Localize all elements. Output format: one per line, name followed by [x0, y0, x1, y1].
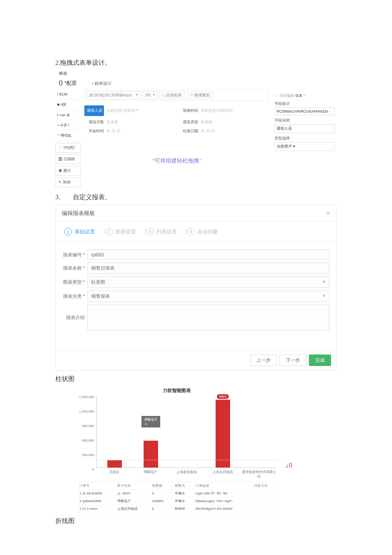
- wizard-steps: 1基础设置2图表设置3列表设置4自动创建: [56, 222, 336, 242]
- table-cell: 上 -BIVX .: [115, 490, 150, 497]
- wizard-step[interactable]: 3列表设置: [144, 226, 184, 237]
- table-cell: 0: [150, 490, 172, 497]
- preview-button[interactable]: + 整体预览: [187, 91, 213, 99]
- field-textarea[interactable]: [87, 305, 329, 330]
- form-field-value[interactable]: 文本框: [107, 119, 175, 125]
- drop-hint: "可将组建轻松拖拽": [84, 136, 269, 173]
- field-label: 报表名称 *: [63, 265, 87, 271]
- palette-static: • «4» B: [55, 110, 81, 120]
- prev-button[interactable]: 上一步: [250, 355, 277, 366]
- next-button[interactable]: 下一步: [280, 355, 306, 366]
- bar-slot: [241, 395, 277, 468]
- x-tick: 博毅电子: [133, 468, 169, 479]
- y-tick: 1,500,000: [75, 395, 94, 399]
- form-field-value[interactable]: 当前信息/当前用户: [107, 108, 175, 113]
- palette-item[interactable]: ▣ 图片: [55, 166, 81, 176]
- cols-select[interactable]: 2列: [142, 91, 157, 99]
- section-3-title: 3. 自定义报表。: [55, 193, 337, 201]
- y-tick: 1,200,000: [75, 410, 94, 413]
- table-cell: 韩销仲: [172, 505, 193, 513]
- field-label: 报表编号 *: [63, 252, 87, 258]
- props-header: ☼ 启动编辑 O.E ×: [274, 93, 335, 99]
- bar[interactable]: [144, 441, 158, 468]
- section-2-title: 2.拖拽式表单设计。: [55, 59, 337, 67]
- table-row: 1 注 Aft-M3M3l上 -BIVX .0半葡伶Xgan 888 刘 ' 析…: [77, 490, 277, 497]
- table-cell: 1 注 Aft-M3M3l: [77, 490, 115, 497]
- wizard-body: 报表编号 *rpt001报表名称 *销售日报表图表类型 *柱形图▾报表分类 *销…: [56, 242, 336, 350]
- form-canvas[interactable]: 请假人员当前信息/当前用户填表时间当前信息/当前时间请假天数文本框请假类型单选项…: [84, 104, 269, 173]
- form-field-value[interactable]: 单选项: [201, 119, 269, 125]
- prop-input[interactable]: 请假人员: [274, 124, 335, 133]
- palette-item[interactable]: ☰ 日期框: [55, 154, 81, 164]
- bar-slot: MAX: [205, 395, 241, 468]
- prop-input[interactable]: RC5MavCIs%RCcriU44%IdJ4 -: [274, 108, 335, 115]
- field-input[interactable]: 柱形图▾: [87, 276, 329, 288]
- chart-plot-area: 博毅电子-1-MAX ↓ ↓0 0300,000600,000900,0001,…: [96, 395, 277, 468]
- wizard-step[interactable]: 4自动创建: [184, 226, 225, 237]
- form-field-value[interactable]: 年-月-日: [201, 128, 269, 134]
- wizard-step[interactable]: 1基础设置: [62, 226, 103, 237]
- table-header: 销售员: [172, 482, 193, 490]
- extra-marker: ↓0: [285, 462, 292, 469]
- table-header: 销售额: [150, 482, 172, 490]
- wizard-step[interactable]: 2图表设置: [103, 226, 144, 237]
- table-cell: WiOShBgOO 20I-SMA8": [193, 505, 251, 513]
- bar-badge: MAX: [217, 394, 228, 399]
- table-header: 订单号: [77, 482, 115, 490]
- y-tick: 600,000: [75, 439, 94, 442]
- done-button[interactable]: 完成: [309, 355, 331, 366]
- table-cell: RjMaaoogao "U5>>4g8"-: [193, 497, 251, 505]
- palette-static: / 5CM: [55, 90, 81, 99]
- form-field-label[interactable]: 填表时间: [179, 108, 198, 113]
- palette-item[interactable]: ✎ 附体: [55, 177, 81, 187]
- prop-input[interactable]: 当前用户 ▾: [274, 142, 335, 151]
- table-cell: 0: [150, 505, 172, 513]
- palette-item[interactable]: ← TR(两): [55, 143, 81, 153]
- form-field-label[interactable]: 请假人员: [84, 105, 104, 116]
- bar-slot: [97, 395, 133, 468]
- form-field-label[interactable]: 结束日期: [179, 128, 198, 134]
- palette: / 5CM ■ A区 • «4» B —2-β I 一冬EqL ← TR(两) …: [55, 90, 81, 189]
- region-select[interactable]: 第1区域(2列,列间隔40px): [86, 91, 140, 99]
- table-cell: 半葡伶: [172, 497, 193, 505]
- y-tick: 300,000: [75, 453, 94, 457]
- y-tick: 900,000: [75, 424, 94, 428]
- prop-label: 字段标识: [274, 101, 335, 107]
- table-header: 客户名称: [115, 482, 150, 490]
- field-label: 报表介绍: [63, 314, 87, 321]
- x-tick: 上海左邦物流: [205, 468, 241, 479]
- table-cell: Xgan 888 刘 ' 析\ "88: [193, 490, 251, 497]
- bar-chart: 力软智能图表 博毅电子-1-MAX ↓ ↓0 0300,000600,00090…: [77, 384, 277, 479]
- form-field-label[interactable]: 请假天数: [84, 119, 104, 125]
- table-cell: 1 13 2-mnm: [77, 505, 115, 513]
- report-wizard: 编辑报表模板 × 1基础设置2图表设置3列表设置4自动创建 报表编号 *rpt0…: [55, 205, 337, 371]
- page-label: › 税单设计: [92, 81, 112, 87]
- bar-slot: [169, 395, 205, 468]
- form-field-label[interactable]: 开始时间: [84, 128, 104, 134]
- form-field-label[interactable]: 请假类型: [179, 119, 198, 125]
- field-input[interactable]: 销售报表▾: [87, 291, 329, 302]
- bar[interactable]: [216, 400, 230, 468]
- canvas: 第1区域(2列,列间隔40px) 2列 ⌂ 区域布局 + 整体预览 请假人员当前…: [84, 90, 269, 189]
- bar[interactable]: [107, 460, 122, 468]
- field-label: 图表类型 *: [63, 279, 87, 285]
- line-chart-heading: 折线图: [55, 517, 337, 525]
- table-cell: 半葡伶: [172, 490, 193, 497]
- table-row: 3 QatlAMZMM博毅电子200000半葡伶RjMaaoogao "U5>>…: [77, 497, 277, 505]
- bar-chart-heading: 柱状图: [55, 375, 337, 383]
- x-tick: 重庆新材料技术有限公司: [241, 468, 277, 479]
- close-icon[interactable]: ×: [326, 209, 330, 217]
- form-field-value[interactable]: 当前信息/当前时间: [201, 108, 269, 113]
- layout-button[interactable]: ⌂ 区域布局: [159, 91, 185, 99]
- form-field-value[interactable]: 年-月-日: [107, 128, 175, 134]
- field-input[interactable]: rpt001: [87, 250, 329, 260]
- chart-title: 力软智能图表: [77, 384, 277, 395]
- table-header: 订单描述: [193, 482, 251, 490]
- field-input[interactable]: 销售日报表: [87, 262, 329, 274]
- wizard-title: 编辑报表模板: [62, 209, 95, 217]
- y-tick: 0: [75, 468, 94, 471]
- config-label: *配置: [64, 80, 77, 87]
- table-cell: 3 QatlAMZMM: [77, 497, 115, 505]
- form-designer: / 5CM ■ A区 • «4» B —2-β I 一冬EqL ← TR(两) …: [55, 90, 337, 189]
- canvas-toolbar: 第1区域(2列,列间隔40px) 2列 ⌂ 区域布局 + 整体预览: [84, 90, 269, 101]
